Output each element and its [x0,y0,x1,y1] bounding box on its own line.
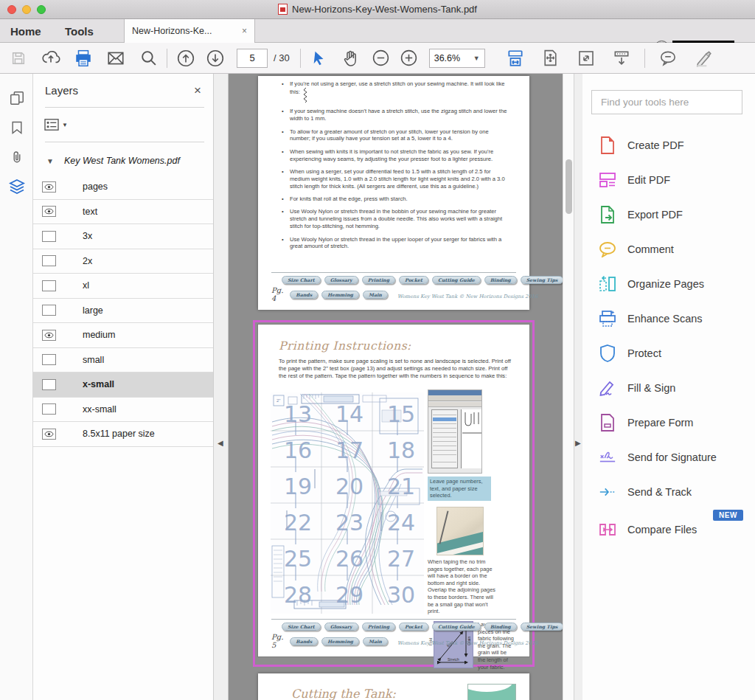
nav-pill-pocket[interactable]: Pocket [399,276,428,284]
page-total-label: / 30 [274,52,290,63]
layer-row-2x[interactable]: 2x [33,249,213,274]
tool-fill-sign[interactable]: Fill & Sign [599,377,746,399]
save-button[interactable] [6,46,31,71]
nav-pill-cutting-guide[interactable]: Cutting Guide [432,623,481,631]
bookmarks-button[interactable] [7,118,27,137]
email-button[interactable] [103,46,128,71]
nav-pill-binding[interactable]: Binding [484,623,517,631]
layer-row-large[interactable]: large [33,299,213,324]
document-view[interactable]: If you're not using a serger, use a stre… [229,74,563,700]
visibility-toggle[interactable] [42,255,56,266]
find-button[interactable] [136,46,161,71]
svg-text:2": 2" [276,398,280,403]
layer-row-pages[interactable]: pages [33,175,213,200]
layer-row-small[interactable]: small [33,348,213,373]
visibility-toggle[interactable] [42,231,56,242]
tool-create-pdf[interactable]: Create PDF [599,134,746,156]
close-window-button[interactable] [7,5,16,14]
visibility-toggle[interactable] [42,354,56,365]
zoom-level-select[interactable]: 36.6% ▼ [429,49,485,68]
tool-enhance-scans[interactable]: Enhance Scans [599,308,746,330]
layer-row-xx-small[interactable]: xx-small [33,398,213,423]
layer-row-text[interactable]: text [33,200,213,225]
tab-home[interactable]: Home [10,19,41,43]
previous-page-button[interactable] [173,46,198,71]
attachments-button[interactable] [7,148,27,167]
tool-edit-pdf[interactable]: Edit PDF [599,169,746,191]
nav-pill-sewing-tips[interactable]: Sewing Tips [521,623,563,631]
share-button[interactable] [38,46,63,71]
visibility-toggle[interactable] [42,305,56,316]
highlighter-icon [694,49,713,68]
nav-pill-hemming[interactable]: Hemming [321,637,359,645]
layer-row-paper-size[interactable]: 8.5x11 paper size [33,422,213,447]
nav-pill-printing[interactable]: Printing [362,623,395,631]
nav-pill-cutting-guide[interactable]: Cutting Guide [432,276,481,284]
visibility-toggle[interactable] [42,330,56,341]
nav-pill-bands[interactable]: Bands [290,637,318,645]
chevron-down-icon[interactable]: ▼ [46,157,54,165]
visibility-toggle[interactable] [42,280,56,291]
hide-toolbar-button[interactable] [609,46,634,71]
layers-options-button[interactable]: ▼ [44,116,73,134]
print-button[interactable] [71,46,96,71]
highlight-tool-button[interactable] [691,46,716,71]
hand-tool-button[interactable] [338,46,363,71]
layers-button[interactable] [7,177,27,196]
collapse-right-panel-icon[interactable]: ▶ [575,439,581,447]
nav-pill-bands[interactable]: Bands [290,291,318,299]
nav-pill-main[interactable]: Main [363,637,388,645]
tool-organize-pages[interactable]: Organize Pages [599,273,746,295]
fullscreen-button[interactable] [574,46,599,71]
left-panel-splitter[interactable]: ◀ [214,74,229,700]
nav-pill-printing[interactable]: Printing [362,276,395,284]
nav-pill-binding[interactable]: Binding [484,276,517,284]
zoom-in-button[interactable] [397,46,422,71]
tool-send-for-signature[interactable]: Send for Signature [599,446,746,468]
visibility-toggle[interactable] [42,429,56,440]
tool-prepare-form[interactable]: Prepare Form [599,412,746,434]
tool-comment[interactable]: Comment [599,238,746,260]
layer-row-3x[interactable]: 3x [33,224,213,249]
visibility-toggle[interactable] [42,403,56,415]
tool-compare-files[interactable]: Compare Files [599,519,746,541]
tab-tools[interactable]: Tools [65,19,94,43]
vertical-scrollbar[interactable] [563,74,574,700]
nav-pill-hemming[interactable]: Hemming [321,291,359,299]
tool-export-pdf[interactable]: Export PDF [599,204,746,226]
fit-page-button[interactable] [538,46,563,71]
tool-protect[interactable]: Protect [599,342,746,364]
scrollbar-thumb[interactable] [566,159,572,214]
next-page-button[interactable] [203,46,228,71]
collapse-left-panel-icon[interactable]: ◀ [218,439,223,447]
layers-tree-root[interactable]: ▼ Key West Tank Womens.pdf [33,148,213,174]
visibility-toggle[interactable] [42,206,56,217]
visibility-toggle[interactable] [42,379,56,390]
scrolling-mode-button[interactable] [503,46,528,71]
tool-label: Create PDF [627,139,684,151]
nav-pill-pocket[interactable]: Pocket [399,623,428,631]
tab-document[interactable]: New-Horizons-Ke... × [124,19,255,43]
select-tool-button[interactable] [307,46,332,71]
layer-row-x-small[interactable]: x-small [33,372,213,398]
nav-pill-size-chart[interactable]: Size Chart [282,623,321,631]
nav-pill-glossary[interactable]: Glossary [324,276,358,284]
zoom-window-button[interactable] [37,5,46,14]
tools-search-input[interactable] [591,90,742,114]
page-number-input[interactable] [237,49,268,68]
visibility-toggle[interactable] [42,181,56,193]
nav-pill-size-chart[interactable]: Size Chart [282,276,321,284]
layer-row-xl[interactable]: xl [33,274,213,299]
layers-panel-close-icon[interactable]: × [194,83,201,98]
tool-send-track[interactable]: Send & Track [599,481,746,503]
nav-pill-glossary[interactable]: Glossary [324,623,358,631]
nav-pill-sewing-tips[interactable]: Sewing Tips [521,276,563,284]
comment-tool-button[interactable] [655,46,681,71]
right-panel-splitter[interactable]: ▶ [574,74,582,700]
page-thumbnails-button[interactable] [7,89,27,108]
zoom-out-button[interactable] [369,46,394,71]
nav-pill-main[interactable]: Main [363,291,388,299]
layer-row-medium[interactable]: medium [33,323,213,348]
minimize-window-button[interactable] [22,5,31,14]
tab-close-icon[interactable]: × [242,26,247,36]
